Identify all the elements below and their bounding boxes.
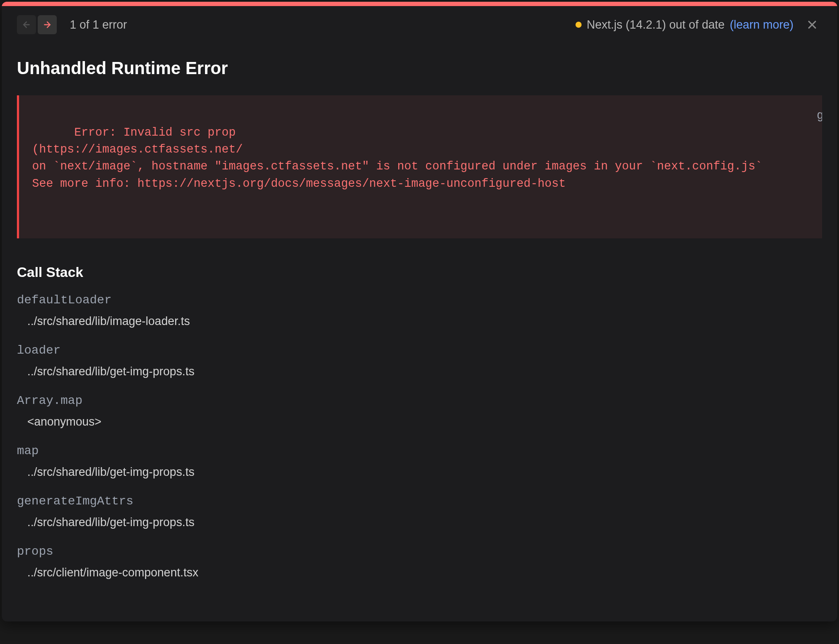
error-count-label: 1 of 1 error	[70, 18, 127, 32]
frame-source-path: ../src/client/image-component.tsx	[17, 566, 822, 579]
stack-frame: map../src/shared/lib/get-img-props.ts	[17, 444, 822, 479]
frame-source-path: ../src/shared/lib/get-img-props.ts	[17, 465, 822, 479]
frame-source-path: ../src/shared/lib/image-loader.ts	[17, 315, 822, 328]
overlay-header: 1 of 1 error Next.js (14.2.1) out of dat…	[2, 6, 837, 43]
error-message-text: Error: Invalid src prop (https://images.…	[32, 126, 762, 190]
next-error-button[interactable]	[38, 15, 57, 34]
stack-frame: loader../src/shared/lib/get-img-props.ts	[17, 344, 822, 378]
stack-frame: generateImgAttrs../src/shared/lib/get-im…	[17, 494, 822, 529]
frame-source-path: ../src/shared/lib/get-img-props.ts	[17, 516, 822, 529]
version-status: Next.js (14.2.1) out of date (learn more…	[576, 18, 793, 32]
frame-source-path: <anonymous>	[17, 415, 822, 429]
prev-error-button[interactable]	[17, 15, 36, 34]
close-button[interactable]	[802, 15, 822, 35]
frame-source-path: ../src/shared/lib/get-img-props.ts	[17, 365, 822, 378]
learn-more-link[interactable]: (learn more)	[730, 18, 793, 32]
stack-frame: defaultLoader../src/shared/lib/image-loa…	[17, 293, 822, 328]
background-overflow-text: gn	[817, 107, 822, 124]
close-icon	[806, 18, 819, 31]
status-dot-icon	[576, 22, 582, 28]
frame-function-name: loader	[17, 344, 822, 357]
overlay-content: Unhandled Runtime Error Error: Invalid s…	[2, 59, 837, 579]
frame-function-name: defaultLoader	[17, 293, 822, 307]
header-right-section: Next.js (14.2.1) out of date (learn more…	[576, 15, 822, 35]
error-overlay: 1 of 1 error Next.js (14.2.1) out of dat…	[2, 2, 837, 621]
status-text: Next.js (14.2.1) out of date	[587, 18, 725, 32]
arrow-left-icon	[22, 20, 31, 29]
call-stack-title: Call Stack	[17, 264, 822, 280]
call-stack-list: defaultLoader../src/shared/lib/image-loa…	[17, 293, 822, 579]
error-nav-buttons	[17, 15, 57, 34]
frame-function-name: generateImgAttrs	[17, 494, 822, 508]
stack-frame: props../src/client/image-component.tsx	[17, 545, 822, 579]
stack-frame: Array.map<anonymous>	[17, 394, 822, 429]
arrow-right-icon	[42, 20, 52, 29]
frame-function-name: props	[17, 545, 822, 558]
frame-function-name: map	[17, 444, 822, 458]
error-message-box: Error: Invalid src prop (https://images.…	[17, 95, 822, 238]
frame-function-name: Array.map	[17, 394, 822, 407]
error-indicator-bar	[2, 2, 837, 6]
error-title: Unhandled Runtime Error	[17, 59, 822, 78]
